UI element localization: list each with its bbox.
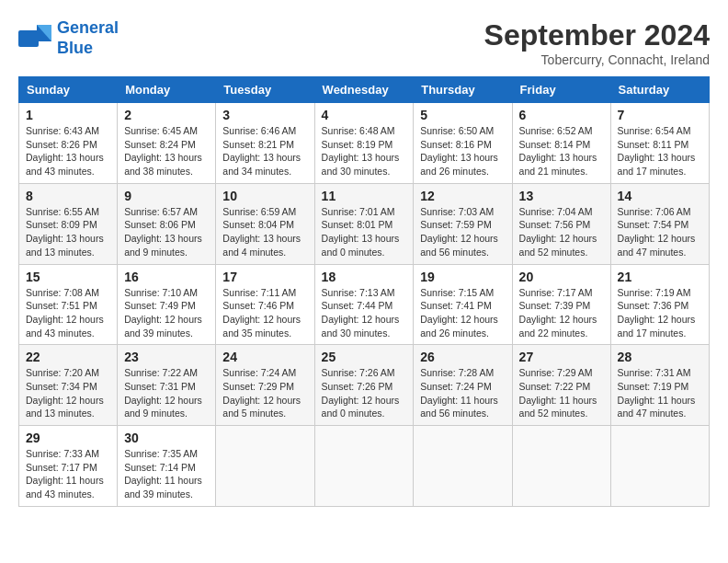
calendar-cell: 19 Sunrise: 7:15 AMSunset: 7:41 PMDaylig…	[414, 264, 512, 345]
calendar-cell: 25 Sunrise: 7:26 AMSunset: 7:26 PMDaylig…	[314, 345, 414, 426]
day-number: 18	[322, 270, 407, 284]
calendar-cell: 3 Sunrise: 6:46 AMSunset: 8:21 PMDayligh…	[216, 103, 314, 184]
calendar-cell	[414, 426, 512, 507]
calendar-cell: 14 Sunrise: 7:06 AMSunset: 7:54 PMDaylig…	[610, 183, 709, 264]
day-info: Sunrise: 7:13 AMSunset: 7:44 PMDaylight:…	[322, 287, 400, 339]
day-info: Sunrise: 7:03 AMSunset: 7:59 PMDaylight:…	[420, 206, 498, 258]
day-number: 28	[618, 350, 702, 364]
day-info: Sunrise: 6:54 AMSunset: 8:11 PMDaylight:…	[618, 125, 696, 177]
day-number: 4	[322, 108, 407, 122]
calendar-cell: 28 Sunrise: 7:31 AMSunset: 7:19 PMDaylig…	[610, 345, 709, 426]
day-info: Sunrise: 7:08 AMSunset: 7:51 PMDaylight:…	[26, 287, 104, 339]
calendar-cell: 27 Sunrise: 7:29 AMSunset: 7:22 PMDaylig…	[512, 345, 610, 426]
calendar-cell: 16 Sunrise: 7:10 AMSunset: 7:49 PMDaylig…	[118, 264, 216, 345]
day-number: 16	[124, 270, 209, 284]
day-number: 5	[420, 108, 505, 122]
calendar-cell: 30 Sunrise: 7:35 AMSunset: 7:14 PMDaylig…	[118, 426, 216, 507]
day-number: 20	[519, 270, 604, 284]
day-info: Sunrise: 6:57 AMSunset: 8:06 PMDaylight:…	[124, 206, 202, 258]
calendar-week-row: 22 Sunrise: 7:20 AMSunset: 7:34 PMDaylig…	[19, 345, 710, 426]
logo-line1: General	[57, 18, 119, 37]
logo-line2: Blue	[57, 39, 93, 57]
day-info: Sunrise: 6:50 AMSunset: 8:16 PMDaylight:…	[420, 125, 498, 177]
day-info: Sunrise: 7:11 AMSunset: 7:46 PMDaylight:…	[222, 287, 301, 339]
day-info: Sunrise: 6:43 AMSunset: 8:26 PMDaylight:…	[26, 125, 104, 177]
calendar-cell: 12 Sunrise: 7:03 AMSunset: 7:59 PMDaylig…	[414, 183, 512, 264]
calendar-table: Sunday Monday Tuesday Wednesday Thursday…	[18, 76, 710, 507]
calendar-cell	[314, 426, 414, 507]
calendar-cell: 7 Sunrise: 6:54 AMSunset: 8:11 PMDayligh…	[610, 103, 709, 184]
calendar-cell: 2 Sunrise: 6:45 AMSunset: 8:24 PMDayligh…	[118, 103, 216, 184]
day-info: Sunrise: 7:15 AMSunset: 7:41 PMDaylight:…	[420, 287, 498, 339]
weekday-header-row: Sunday Monday Tuesday Wednesday Thursday…	[19, 77, 710, 103]
day-info: Sunrise: 7:17 AMSunset: 7:39 PMDaylight:…	[519, 287, 597, 339]
location-subtitle: Tobercurry, Connacht, Ireland	[484, 52, 710, 67]
calendar-cell: 9 Sunrise: 6:57 AMSunset: 8:06 PMDayligh…	[118, 183, 216, 264]
calendar-cell: 23 Sunrise: 7:22 AMSunset: 7:31 PMDaylig…	[118, 345, 216, 426]
calendar-week-row: 8 Sunrise: 6:55 AMSunset: 8:09 PMDayligh…	[19, 183, 710, 264]
calendar-cell	[512, 426, 610, 507]
day-info: Sunrise: 7:28 AMSunset: 7:24 PMDaylight:…	[420, 367, 498, 419]
day-info: Sunrise: 7:22 AMSunset: 7:31 PMDaylight:…	[124, 367, 202, 419]
calendar-cell: 18 Sunrise: 7:13 AMSunset: 7:44 PMDaylig…	[314, 264, 414, 345]
calendar-cell: 5 Sunrise: 6:50 AMSunset: 8:16 PMDayligh…	[414, 103, 512, 184]
day-number: 9	[124, 189, 209, 203]
day-number: 23	[124, 350, 209, 364]
day-info: Sunrise: 7:01 AMSunset: 8:01 PMDaylight:…	[322, 206, 400, 258]
day-number: 2	[124, 108, 209, 122]
day-info: Sunrise: 7:19 AMSunset: 7:36 PMDaylight:…	[618, 287, 696, 339]
day-info: Sunrise: 6:52 AMSunset: 8:14 PMDaylight:…	[519, 125, 597, 177]
day-number: 15	[26, 270, 110, 284]
title-block: September 2024 Tobercurry, Connacht, Ire…	[484, 18, 710, 67]
day-info: Sunrise: 6:48 AMSunset: 8:19 PMDaylight:…	[322, 125, 400, 177]
day-number: 13	[519, 189, 604, 203]
day-number: 21	[618, 270, 702, 284]
header-friday: Friday	[512, 77, 610, 103]
calendar-week-row: 1 Sunrise: 6:43 AMSunset: 8:26 PMDayligh…	[19, 103, 710, 184]
calendar-cell: 11 Sunrise: 7:01 AMSunset: 8:01 PMDaylig…	[314, 183, 414, 264]
calendar-cell: 20 Sunrise: 7:17 AMSunset: 7:39 PMDaylig…	[512, 264, 610, 345]
day-number: 27	[519, 350, 604, 364]
calendar-cell: 1 Sunrise: 6:43 AMSunset: 8:26 PMDayligh…	[19, 103, 118, 184]
day-number: 1	[26, 108, 110, 122]
day-info: Sunrise: 6:45 AMSunset: 8:24 PMDaylight:…	[124, 125, 202, 177]
header-saturday: Saturday	[610, 77, 709, 103]
day-number: 22	[26, 350, 110, 364]
day-number: 24	[222, 350, 307, 364]
calendar-cell: 4 Sunrise: 6:48 AMSunset: 8:19 PMDayligh…	[314, 103, 414, 184]
day-number: 7	[618, 108, 702, 122]
day-number: 17	[222, 270, 307, 284]
logo-icon	[18, 25, 51, 52]
day-number: 25	[322, 350, 407, 364]
svg-rect-0	[18, 30, 39, 47]
day-number: 6	[519, 108, 604, 122]
calendar-cell: 15 Sunrise: 7:08 AMSunset: 7:51 PMDaylig…	[19, 264, 118, 345]
calendar-cell	[610, 426, 709, 507]
calendar-cell: 29 Sunrise: 7:33 AMSunset: 7:17 PMDaylig…	[19, 426, 118, 507]
day-info: Sunrise: 7:33 AMSunset: 7:17 PMDaylight:…	[26, 448, 104, 500]
calendar-cell: 8 Sunrise: 6:55 AMSunset: 8:09 PMDayligh…	[19, 183, 118, 264]
calendar-cell: 13 Sunrise: 7:04 AMSunset: 7:56 PMDaylig…	[512, 183, 610, 264]
day-info: Sunrise: 6:59 AMSunset: 8:04 PMDaylight:…	[222, 206, 301, 258]
day-info: Sunrise: 6:46 AMSunset: 8:21 PMDaylight:…	[222, 125, 301, 177]
page-header: General Blue September 2024 Tobercurry, …	[18, 18, 710, 67]
day-number: 3	[222, 108, 307, 122]
header-thursday: Thursday	[414, 77, 512, 103]
calendar-cell: 26 Sunrise: 7:28 AMSunset: 7:24 PMDaylig…	[414, 345, 512, 426]
day-info: Sunrise: 7:35 AMSunset: 7:14 PMDaylight:…	[124, 448, 202, 500]
calendar-cell: 10 Sunrise: 6:59 AMSunset: 8:04 PMDaylig…	[216, 183, 314, 264]
day-number: 29	[26, 431, 110, 445]
day-number: 26	[420, 350, 505, 364]
day-info: Sunrise: 6:55 AMSunset: 8:09 PMDaylight:…	[26, 206, 104, 258]
calendar-cell: 21 Sunrise: 7:19 AMSunset: 7:36 PMDaylig…	[610, 264, 709, 345]
day-number: 12	[420, 189, 505, 203]
calendar-cell	[216, 426, 314, 507]
day-info: Sunrise: 7:24 AMSunset: 7:29 PMDaylight:…	[222, 367, 301, 419]
day-number: 14	[618, 189, 702, 203]
logo: General Blue	[18, 18, 119, 58]
day-number: 10	[222, 189, 307, 203]
day-number: 8	[26, 189, 110, 203]
calendar-cell: 22 Sunrise: 7:20 AMSunset: 7:34 PMDaylig…	[19, 345, 118, 426]
calendar-cell: 6 Sunrise: 6:52 AMSunset: 8:14 PMDayligh…	[512, 103, 610, 184]
header-monday: Monday	[118, 77, 216, 103]
